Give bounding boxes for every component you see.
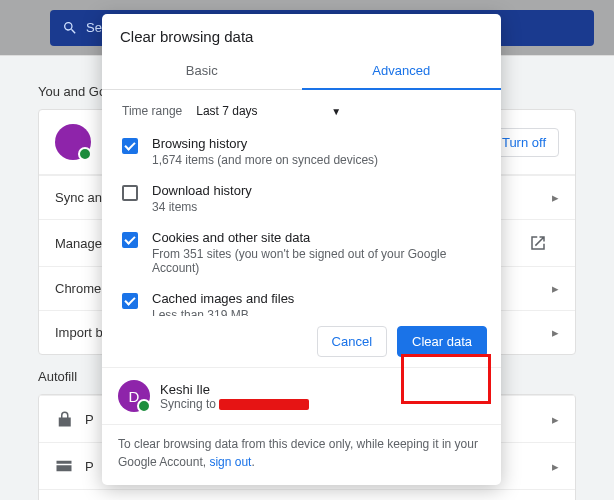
time-range-select[interactable]: Last 7 days ▼ xyxy=(196,104,341,118)
clear-data-item: Cached images and filesLess than 319 MB xyxy=(114,283,489,316)
checkbox[interactable] xyxy=(122,232,138,248)
checkbox[interactable] xyxy=(122,185,138,201)
clear-data-button[interactable]: Clear data xyxy=(397,326,487,357)
profile-row: D Keshi Ile Syncing to xyxy=(102,367,501,424)
checkbox[interactable] xyxy=(122,138,138,154)
item-subtitle: 1,674 items (and more on synced devices) xyxy=(152,153,378,167)
signout-note: To clear browsing data from this device … xyxy=(102,424,501,485)
sign-out-link[interactable]: sign out xyxy=(209,455,251,469)
dialog-title: Clear browsing data xyxy=(102,14,501,53)
dropdown-icon: ▼ xyxy=(331,106,341,117)
tab-advanced[interactable]: Advanced xyxy=(302,53,502,90)
clear-data-item: Cookies and other site dataFrom 351 site… xyxy=(114,222,489,283)
item-title: Download history xyxy=(152,183,252,198)
item-subtitle: From 351 sites (you won't be signed out … xyxy=(152,247,481,275)
tab-basic[interactable]: Basic xyxy=(102,53,302,89)
cancel-button[interactable]: Cancel xyxy=(317,326,387,357)
clear-data-item: Download history34 items xyxy=(114,175,489,222)
avatar: D xyxy=(118,380,150,412)
redacted-email xyxy=(219,399,309,410)
profile-name: Keshi Ile xyxy=(160,382,309,397)
item-title: Browsing history xyxy=(152,136,378,151)
item-subtitle: 34 items xyxy=(152,200,252,214)
item-title: Cached images and files xyxy=(152,291,294,306)
profile-sync-status: Syncing to xyxy=(160,397,309,411)
item-title: Cookies and other site data xyxy=(152,230,481,245)
clear-browsing-data-dialog: Clear browsing data Basic Advanced Time … xyxy=(102,14,501,485)
clear-data-item: Browsing history1,674 items (and more on… xyxy=(114,128,489,175)
time-range-label: Time range xyxy=(122,104,182,118)
checkbox[interactable] xyxy=(122,293,138,309)
item-subtitle: Less than 319 MB xyxy=(152,308,294,316)
